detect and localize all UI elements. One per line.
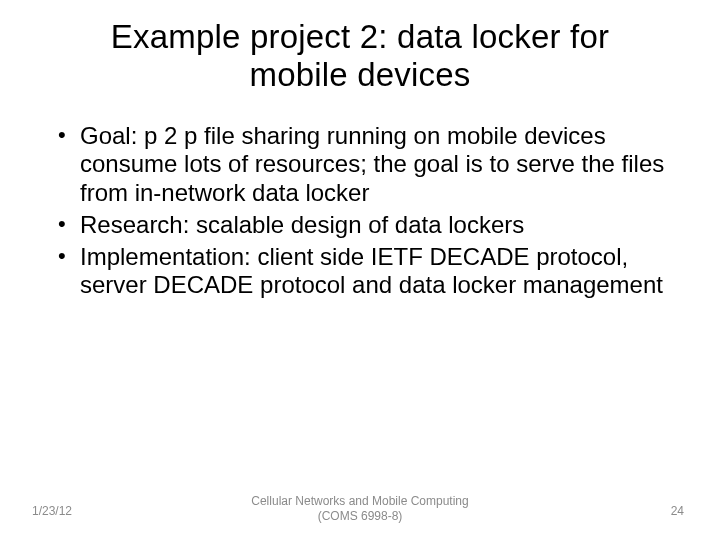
list-item: Research: scalable design of data locker… bbox=[54, 211, 670, 239]
slide: Example project 2: data locker for mobil… bbox=[0, 0, 720, 540]
footer-page-number: 24 bbox=[671, 504, 684, 518]
footer-center: Cellular Networks and Mobile Computing (… bbox=[0, 494, 720, 524]
footer-center-line1: Cellular Networks and Mobile Computing bbox=[251, 494, 468, 508]
list-item: Goal: p 2 p file sharing running on mobi… bbox=[54, 122, 670, 207]
slide-title: Example project 2: data locker for mobil… bbox=[50, 18, 670, 94]
bullet-list: Goal: p 2 p file sharing running on mobi… bbox=[50, 122, 670, 300]
footer-center-line2: (COMS 6998-8) bbox=[318, 509, 403, 523]
list-item: Implementation: client side IETF DECADE … bbox=[54, 243, 670, 300]
